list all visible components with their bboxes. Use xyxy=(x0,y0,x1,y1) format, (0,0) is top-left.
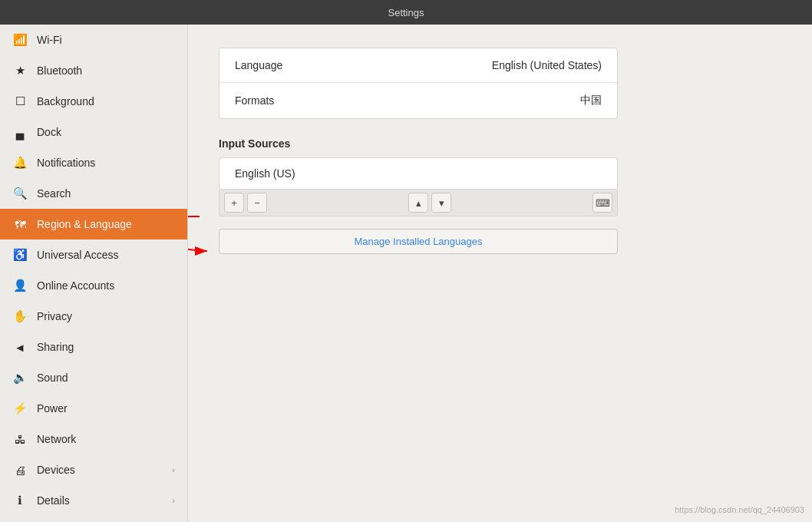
language-card: Language English (United States) Formats… xyxy=(219,48,618,119)
sidebar-label-power: Power xyxy=(37,402,175,415)
sidebar-item-search[interactable]: 🔍Search xyxy=(0,178,187,209)
sidebar-label-background: Background xyxy=(37,95,175,107)
add-input-button[interactable]: + xyxy=(224,193,244,213)
sidebar-label-wifi: Wi-Fi xyxy=(37,34,175,46)
sidebar-label-dock: Dock xyxy=(37,126,175,138)
keyboard-settings-button[interactable]: ⌨ xyxy=(592,193,612,213)
sidebar-label-details: Details xyxy=(37,494,163,507)
sidebar-item-online[interactable]: 👤Online Accounts xyxy=(0,270,187,301)
bluetooth-icon: ★ xyxy=(12,63,28,78)
annotation-arrow2 xyxy=(188,201,200,232)
input-source-item[interactable]: English (US) xyxy=(220,158,617,189)
formats-label: Formats xyxy=(235,94,580,107)
chevron-right-icon: › xyxy=(172,465,175,474)
sidebar-item-bluetooth[interactable]: ★Bluetooth xyxy=(0,55,187,86)
sidebar-label-privacy: Privacy xyxy=(37,310,175,322)
sidebar-item-privacy[interactable]: ✋Privacy xyxy=(0,301,187,332)
language-label: Language xyxy=(235,59,492,71)
input-sources-toolbar: + − ▴ ▾ ⌨ xyxy=(219,190,618,216)
language-value: English (United States) xyxy=(492,59,602,71)
sidebar-item-dock[interactable]: ▄Dock xyxy=(0,117,187,147)
formats-value: 中国 xyxy=(580,94,602,107)
formats-row[interactable]: Formats 中国 xyxy=(220,83,617,118)
move-down-button[interactable]: ▾ xyxy=(431,193,451,213)
sidebar-item-region[interactable]: 🗺Region & Language xyxy=(0,209,187,240)
sidebar-label-network: Network xyxy=(37,433,175,445)
remove-input-button[interactable]: − xyxy=(247,193,267,213)
sidebar-item-universal[interactable]: ♿Universal Access xyxy=(0,240,187,270)
sidebar-label-online: Online Accounts xyxy=(37,279,175,292)
titlebar-title: Settings xyxy=(388,7,424,18)
sound-icon: 🔈 xyxy=(12,370,28,385)
titlebar: Settings xyxy=(0,0,812,25)
sidebar-label-sharing: Sharing xyxy=(37,341,175,353)
sidebar-label-sound: Sound xyxy=(37,372,175,384)
sharing-icon: ◄ xyxy=(12,339,28,355)
sidebar-label-universal: Universal Access xyxy=(37,249,175,261)
sidebar-item-details[interactable]: ℹDetails› xyxy=(0,485,187,516)
universal-icon: ♿ xyxy=(12,247,28,263)
sidebar-label-devices: Devices xyxy=(37,464,163,476)
sidebar-label-search: Search xyxy=(37,187,175,200)
language-row[interactable]: Language English (United States) xyxy=(220,48,617,83)
sidebar-item-notifications[interactable]: 🔔Notifications xyxy=(0,147,187,178)
chevron-right-icon: › xyxy=(172,496,175,505)
sidebar-label-notifications: Notifications xyxy=(37,157,175,169)
sidebar-label-region: Region & Language xyxy=(37,218,175,230)
wifi-icon: 📶 xyxy=(12,32,28,48)
sidebar-item-wifi[interactable]: 📶Wi-Fi xyxy=(0,25,187,55)
sidebar-item-sound[interactable]: 🔈Sound xyxy=(0,362,187,393)
background-icon: ☐ xyxy=(12,94,28,109)
move-up-button[interactable]: ▴ xyxy=(408,193,428,213)
sidebar-item-devices[interactable]: 🖨Devices› xyxy=(0,454,187,485)
main-layout: 📶Wi-Fi★Bluetooth☐Background▄Dock🔔Notific… xyxy=(0,25,812,522)
manage-languages-button[interactable]: Manage Installed Languages xyxy=(219,229,618,254)
input-sources-list: English (US) xyxy=(219,157,618,190)
privacy-icon: ✋ xyxy=(12,309,28,324)
power-icon: ⚡ xyxy=(12,401,28,416)
sidebar-item-network[interactable]: 🖧Network xyxy=(0,424,187,454)
online-icon: 👤 xyxy=(12,278,28,293)
watermark: https://blog.csdn.net/qq_24406903 xyxy=(675,505,804,514)
details-icon: ℹ xyxy=(12,493,28,508)
region-icon: 🗺 xyxy=(12,216,28,232)
search-icon: 🔍 xyxy=(12,186,28,201)
sidebar-item-background[interactable]: ☐Background xyxy=(0,86,187,117)
content-area: Language English (United States) Formats… xyxy=(188,25,812,522)
sidebar: 📶Wi-Fi★Bluetooth☐Background▄Dock🔔Notific… xyxy=(0,25,188,522)
input-sources-title: Input Sources xyxy=(219,137,781,150)
devices-icon: 🖨 xyxy=(12,462,28,477)
sidebar-label-bluetooth: Bluetooth xyxy=(37,64,175,77)
notifications-icon: 🔔 xyxy=(12,155,28,170)
dock-icon: ▄ xyxy=(12,124,28,140)
network-icon: 🖧 xyxy=(12,431,28,447)
sidebar-item-sharing[interactable]: ◄Sharing xyxy=(0,332,187,362)
sidebar-item-power[interactable]: ⚡Power xyxy=(0,393,187,424)
